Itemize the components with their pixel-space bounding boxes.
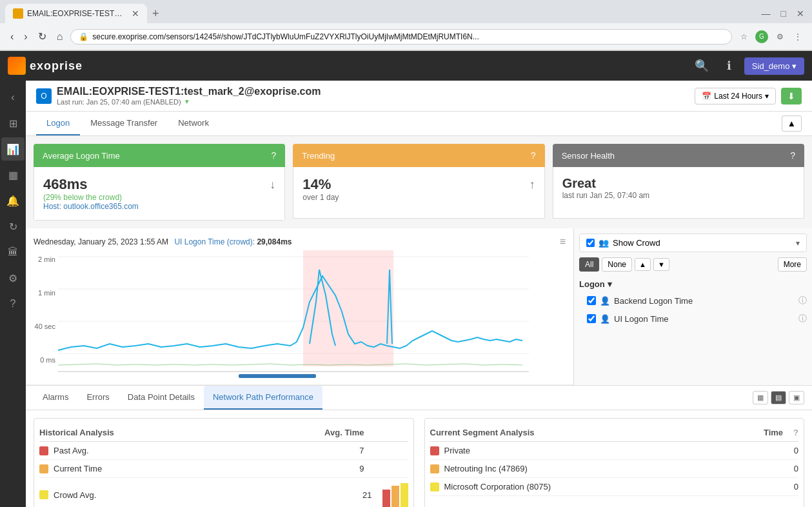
avg-logon-card: Average Logon Time ? 468ms ↓ (29% below … — [34, 144, 285, 221]
legend-item-1-info-icon[interactable]: ⓘ — [798, 313, 807, 324]
historical-row-2-color — [39, 490, 48, 499]
close-icon[interactable]: ✕ — [797, 8, 804, 19]
tab-message-transfer[interactable]: Message Transfer — [80, 112, 168, 135]
bar-crowd-avg — [401, 483, 408, 507]
historical-row-2-value: 21 — [353, 490, 372, 500]
legend-item-0: 👤 Backend Logon Time ⓘ — [579, 292, 807, 310]
active-tab[interactable]: EMAIL:EOXPRISE-TEST1:test_mar... ✕ — [5, 4, 147, 23]
trending-info-icon[interactable]: ? — [531, 150, 536, 161]
segment-row-0: Private 0 — [430, 442, 799, 460]
filter-none-button[interactable]: None — [602, 257, 632, 272]
filter-down-button[interactable]: ▼ — [653, 258, 669, 271]
sidebar-item-bell[interactable]: 🔔 — [1, 189, 25, 212]
forward-button[interactable]: › — [21, 28, 30, 45]
chart-menu-button[interactable]: ≡ — [560, 236, 566, 248]
bottom-tab-network-path[interactable]: Network Path Performance — [204, 386, 322, 410]
dropdown-arrow[interactable]: ▾ — [185, 97, 189, 106]
extensions-icon[interactable]: ⚙ — [773, 30, 786, 43]
sidebar-item-back[interactable]: ‹ — [1, 86, 25, 109]
download-button[interactable]: ⬇ — [781, 88, 802, 104]
filter-all-button[interactable]: All — [579, 257, 599, 272]
sidebar-item-chart[interactable]: 📊 — [1, 137, 25, 161]
bookmark-icon[interactable]: ☆ — [737, 30, 750, 43]
filter-more-button[interactable]: More — [778, 257, 807, 272]
calendar-icon: 📅 — [702, 92, 711, 101]
profile-icon[interactable]: G — [755, 30, 768, 43]
bottom-tab-errors[interactable]: Errors — [77, 386, 118, 410]
historical-row-2: Crowd Avg. 21 — [39, 478, 408, 507]
bottom-tab-data-point[interactable]: Data Point Details — [119, 386, 204, 410]
view-button-0[interactable]: ▦ — [753, 391, 768, 404]
trending-trend-icon: ↑ — [530, 178, 535, 192]
tab-network[interactable]: Network — [168, 112, 219, 135]
collapse-button[interactable]: ▲ — [782, 115, 802, 132]
segment-row-0-label: Private — [444, 446, 775, 455]
segment-row-2: Microsoft Corporation (8075) 0 — [430, 478, 799, 496]
historical-row-0-label: Past Avg. — [54, 446, 340, 455]
avg-logon-header: Average Logon Time ? — [34, 144, 285, 167]
sidebar-item-refresh[interactable]: ↻ — [1, 215, 25, 238]
segment-row-2-value: 0 — [779, 482, 798, 492]
tab-close-button[interactable]: ✕ — [132, 8, 139, 19]
user-menu-button[interactable]: Sid_demo ▾ — [744, 57, 804, 75]
show-crowd-label: Show Crowd — [613, 238, 796, 248]
show-crowd-checkbox[interactable] — [586, 239, 595, 247]
svg-rect-6 — [239, 374, 316, 378]
new-tab-button[interactable]: + — [152, 7, 159, 21]
browser-chrome: EMAIL:EOXPRISE-TEST1:test_mar... ✕ + — □… — [0, 0, 812, 51]
show-crowd-dropdown-arrow[interactable]: ▾ — [796, 239, 800, 248]
y-label-40sec: 40 sec — [28, 323, 55, 330]
address-bar: ‹ › ↻ ⌂ 🔒 secure.exoprise.com/sensors/14… — [0, 23, 812, 50]
tab-favicon — [13, 8, 23, 19]
sensor-header: O EMAIL:EOXPRISE-TEST1:test_mark_2@exopr… — [26, 81, 812, 112]
view-button-2[interactable]: ▣ — [789, 391, 804, 404]
logo: exoprise — [8, 57, 83, 75]
url-bar[interactable]: 🔒 secure.exoprise.com/sensors/14245#/sho… — [70, 29, 732, 45]
legend-item-1-checkbox[interactable] — [587, 314, 596, 323]
legend-item-0-checkbox[interactable] — [587, 296, 596, 305]
sidebar-item-help[interactable]: ? — [1, 292, 25, 315]
historical-row-1-label: Current Time — [54, 464, 340, 473]
segment-info-icon[interactable]: ? — [793, 428, 798, 437]
avg-logon-value: 468ms — [43, 176, 88, 193]
time-range-button[interactable]: 📅 Last 24 Hours ▾ — [695, 88, 776, 104]
filter-up-button[interactable]: ▲ — [635, 258, 651, 271]
main-layout: ‹ ⊞ 📊 ▦ 🔔 ↻ 🏛 ⚙ ? O EMAIL:EOXPRISE-TEST1… — [0, 81, 812, 507]
segment-row-2-color — [430, 482, 439, 492]
avg-logon-info-icon[interactable]: ? — [272, 150, 277, 161]
sidebar: ‹ ⊞ 📊 ▦ 🔔 ↻ 🏛 ⚙ ? — [0, 81, 26, 507]
window-controls: — □ ✕ — [762, 8, 812, 19]
legend-group-dropdown[interactable]: ▾ — [608, 279, 612, 289]
minimize-icon[interactable]: — — [762, 8, 771, 19]
sensor-title: EMAIL:EOXPRISE-TEST1:test_mark_2@exopris… — [57, 86, 321, 97]
view-button-1[interactable]: ▤ — [771, 391, 786, 404]
chart-series-label: UI Logon Time (crowd): — [174, 237, 255, 246]
sensor-health-info-icon[interactable]: ? — [790, 150, 795, 161]
historical-row-1-value: 9 — [345, 464, 364, 473]
legend-item-0-info-icon[interactable]: ⓘ — [798, 295, 807, 306]
home-button[interactable]: ⌂ — [54, 28, 66, 45]
sidebar-item-grid[interactable]: ⊞ — [1, 112, 25, 135]
tab-title: EMAIL:EOXPRISE-TEST1:test_mar... — [27, 9, 125, 18]
right-panel: 👥 Show Crowd ▾ All None ▲ ▼ More Logon — [573, 228, 812, 385]
app-header: exoprise 🔍 ℹ Sid_demo ▾ — [0, 51, 812, 81]
segment-row-0-color — [430, 446, 439, 455]
search-button[interactable]: 🔍 — [689, 56, 714, 75]
sensor-health-title: Sensor Health — [562, 151, 615, 161]
chart-series-value: 29,084ms — [257, 237, 292, 246]
sidebar-item-grid2[interactable]: ▦ — [1, 163, 25, 186]
back-button[interactable]: ‹ — [8, 28, 16, 45]
info-button[interactable]: ℹ — [722, 56, 737, 75]
sensor-meta: Last run: Jan 25, 07:40 am (ENABLED) ▾ — [57, 97, 321, 106]
maximize-icon[interactable]: □ — [781, 8, 786, 19]
sidebar-item-building[interactable]: 🏛 — [1, 241, 25, 264]
tab-logon[interactable]: Logon — [36, 112, 80, 135]
reload-button[interactable]: ↻ — [35, 28, 49, 45]
avg-logon-link[interactable]: Host: outlook.office365.com — [43, 202, 275, 211]
bottom-tab-alarms[interactable]: Alarms — [34, 386, 77, 410]
sidebar-item-settings[interactable]: ⚙ — [1, 266, 25, 290]
segment-row-1-color — [430, 464, 439, 473]
menu-icon[interactable]: ⋮ — [791, 30, 804, 43]
legend-item-1-label: UI Logon Time — [614, 314, 795, 324]
segment-row-0-value: 0 — [779, 446, 798, 455]
